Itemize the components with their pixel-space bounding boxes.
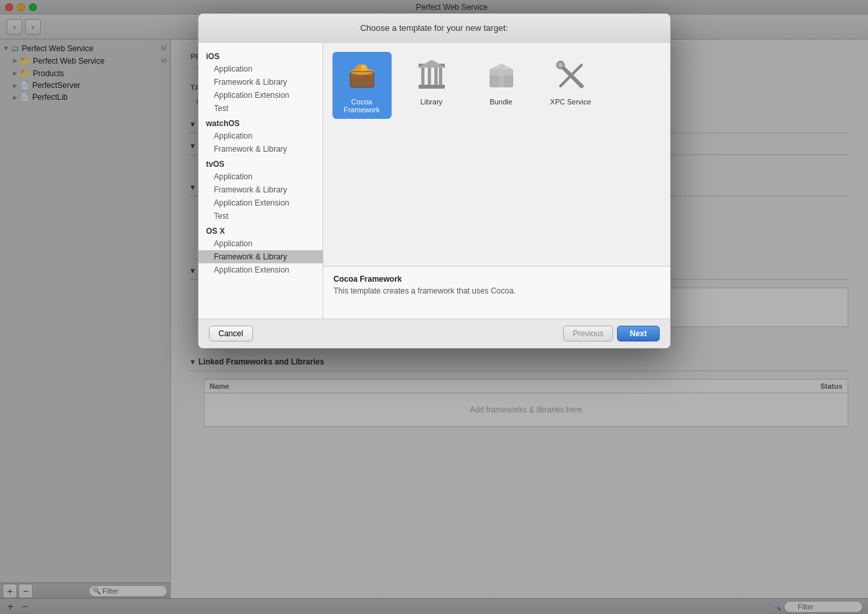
bundle-label: Bundle	[490, 98, 512, 106]
xpc-svg	[554, 58, 588, 93]
ios-application-item[interactable]: Application	[198, 62, 323, 76]
watchos-framework-item[interactable]: Framework & Library	[198, 143, 323, 156]
xpc-label: XPC Service	[550, 98, 591, 106]
template-cocoa-framework[interactable]: Cocoa Framework	[332, 52, 392, 119]
dialog-header: Choose a template for your new target:	[198, 14, 670, 43]
dialog-body: iOS Application Framework & Library Appl…	[198, 43, 670, 318]
library-svg	[415, 58, 449, 93]
template-library[interactable]: Library	[402, 52, 461, 119]
watchos-application-item[interactable]: Application	[198, 129, 323, 143]
templates-area: Cocoa Framework	[323, 43, 670, 266]
osx-app-extension-item[interactable]: Application Extension	[198, 263, 323, 276]
tvos-section-label: tvOS	[198, 156, 323, 170]
cocoa-framework-icon	[344, 57, 380, 94]
ios-test-item[interactable]: Test	[198, 102, 323, 115]
main-window: Perfect Web Service ‹ › 📄 Perfect Web Se…	[0, 0, 868, 614]
osx-section-label: OS X	[198, 223, 323, 237]
tvos-framework-item[interactable]: Framework & Library	[198, 183, 323, 196]
osx-application-item[interactable]: Application	[198, 237, 323, 250]
watchos-section-label: watchOS	[198, 115, 323, 129]
svg-rect-8	[419, 85, 445, 89]
description-title: Cocoa Framework	[334, 274, 660, 284]
template-bundle[interactable]: Bundle	[472, 52, 531, 119]
svg-rect-11	[428, 68, 431, 85]
cocoa-framework-svg	[345, 58, 379, 93]
ios-app-extension-item[interactable]: Application Extension	[198, 89, 323, 102]
osx-framework-item[interactable]: Framework & Library	[198, 250, 323, 263]
svg-point-22	[559, 63, 562, 67]
svg-rect-10	[421, 68, 424, 85]
dialog-sidebar: iOS Application Framework & Library Appl…	[198, 43, 323, 318]
cocoa-framework-label: Cocoa Framework	[336, 98, 388, 114]
svg-rect-18	[499, 64, 504, 87]
library-icon	[413, 57, 450, 94]
nav-buttons: Previous Next	[563, 326, 660, 341]
dialog-overlay: Choose a template for your new target: i…	[0, 0, 868, 614]
tvos-app-extension-item[interactable]: Application Extension	[198, 196, 323, 209]
tvos-application-item[interactable]: Application	[198, 170, 323, 183]
dialog-footer: Cancel Previous Next	[198, 318, 670, 348]
next-button[interactable]: Next	[617, 326, 659, 341]
template-xpc[interactable]: XPC Service	[541, 52, 601, 119]
xpc-icon-el	[553, 57, 589, 94]
description-text: This template creates a framework that u…	[334, 286, 660, 296]
dialog-description: Cocoa Framework This template creates a …	[323, 266, 670, 318]
bundle-svg	[484, 58, 518, 93]
dialog-main: Cocoa Framework	[323, 43, 670, 318]
svg-rect-13	[439, 68, 442, 85]
svg-point-5	[357, 64, 362, 70]
template-dialog: Choose a template for your new target: i…	[198, 13, 671, 349]
dialog-title: Choose a template for your new target:	[360, 23, 508, 33]
tvos-test-item[interactable]: Test	[198, 209, 323, 223]
cancel-button[interactable]: Cancel	[209, 326, 253, 341]
previous-button[interactable]: Previous	[563, 326, 614, 341]
ios-section-label: iOS	[198, 48, 323, 62]
svg-point-6	[361, 66, 364, 68]
ios-framework-item[interactable]: Framework & Library	[198, 76, 323, 89]
svg-rect-12	[434, 68, 438, 85]
library-label: Library	[421, 98, 443, 106]
bundle-icon-el	[483, 57, 520, 94]
